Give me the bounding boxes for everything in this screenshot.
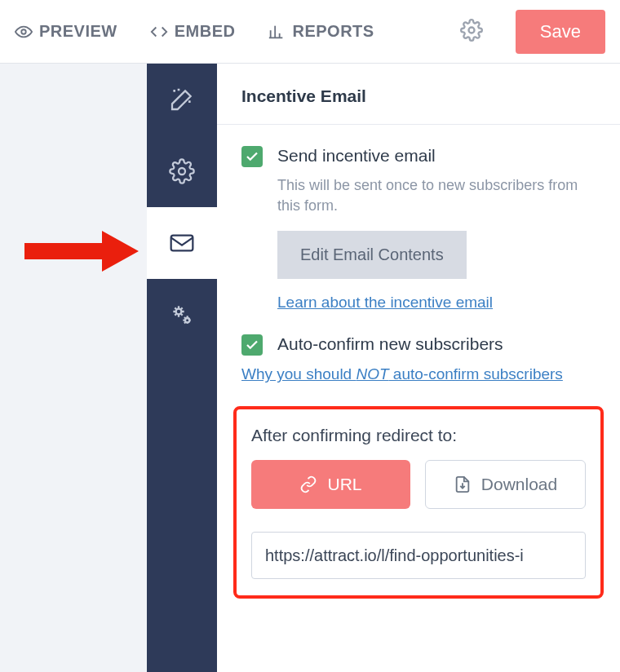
preview-tab[interactable]: PREVIEW [15, 22, 117, 41]
learn-incentive-link[interactable]: Learn about the incentive email [277, 294, 493, 312]
embed-tab[interactable]: EMBED [150, 22, 236, 41]
autoconfirm-section: Auto-confirm new subscribers Why you sho… [217, 320, 620, 391]
side-nav [147, 64, 217, 672]
check-icon [245, 149, 259, 164]
autoconfirm-checkbox[interactable] [241, 334, 263, 356]
eye-icon [15, 23, 33, 41]
check-icon [245, 338, 259, 352]
link-icon [299, 475, 317, 493]
top-toolbar: PREVIEW EMBED REPORTS Save [0, 0, 620, 64]
download-button-label: Download [481, 475, 557, 494]
save-button[interactable]: Save [516, 10, 605, 54]
panel-title: Incentive Email [241, 86, 596, 106]
reports-tab[interactable]: REPORTS [268, 22, 374, 41]
autoconfirm-label: Auto-confirm new subscribers [277, 334, 503, 354]
incentive-description: This will be sent once to new subscriber… [277, 175, 596, 216]
sidebar-item-integrations[interactable] [147, 279, 217, 351]
gears-icon [169, 302, 195, 328]
url-button-label: URL [327, 475, 361, 494]
svg-marker-6 [24, 231, 139, 272]
redirect-highlight-box: After confirming redirect to: URL Downlo… [233, 406, 604, 599]
main-area: Incentive Email Send incentive email Thi… [0, 64, 620, 672]
redirect-type-row: URL Download [251, 460, 586, 509]
autoconfirm-warning-link[interactable]: Why you should NOT auto-confirm subscrib… [241, 365, 563, 382]
redirect-download-button[interactable]: Download [425, 460, 586, 509]
embed-label: EMBED [175, 22, 236, 41]
panel-header: Incentive Email [217, 64, 620, 125]
svg-point-9 [176, 309, 182, 315]
redirect-title: After confirming redirect to: [251, 426, 586, 445]
redirect-url-button[interactable]: URL [251, 460, 410, 509]
svg-point-0 [21, 29, 26, 34]
sidebar-item-settings[interactable] [147, 135, 217, 207]
envelope-icon [169, 230, 195, 256]
pointer-arrow-icon [16, 227, 139, 276]
wand-icon [169, 86, 195, 113]
send-incentive-checkbox[interactable] [241, 146, 263, 167]
gear-icon [460, 19, 483, 42]
incentive-section: Send incentive email This will be sent o… [217, 125, 620, 320]
settings-button[interactable] [460, 19, 483, 45]
download-icon [454, 475, 472, 493]
redirect-url-input[interactable] [251, 532, 586, 579]
reports-label: REPORTS [292, 22, 374, 41]
chart-icon [268, 23, 286, 41]
gear-icon [169, 158, 195, 184]
svg-rect-8 [171, 236, 193, 251]
sidebar-item-email[interactable] [147, 207, 217, 279]
content-panel: Incentive Email Send incentive email Thi… [217, 64, 620, 672]
preview-label: PREVIEW [39, 22, 117, 41]
svg-point-7 [179, 168, 185, 175]
edit-email-button[interactable]: Edit Email Contents [277, 231, 467, 279]
svg-point-5 [468, 27, 474, 33]
send-incentive-label: Send incentive email [277, 146, 436, 166]
left-spacer [0, 64, 147, 672]
code-icon [150, 23, 168, 41]
sidebar-item-design[interactable] [147, 64, 217, 135]
